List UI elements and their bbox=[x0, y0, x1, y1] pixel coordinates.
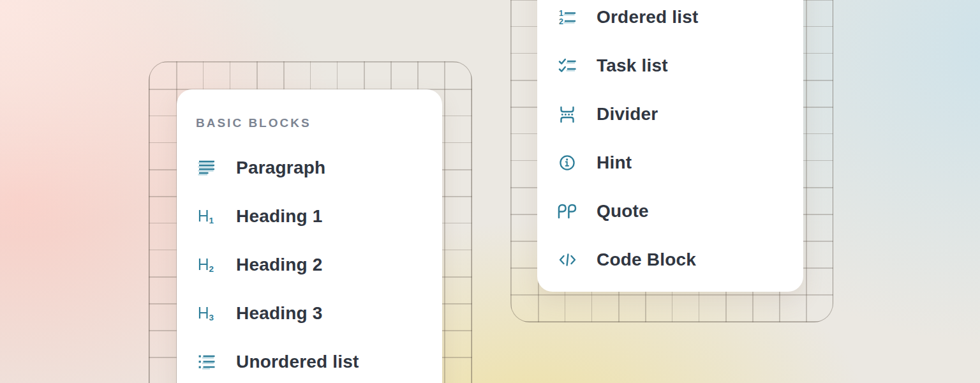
unordered-list-icon bbox=[196, 352, 218, 372]
menu-item-label: Heading 2 bbox=[236, 255, 323, 275]
menu-item-label: Unordered list bbox=[236, 352, 359, 372]
svg-text:1: 1 bbox=[559, 9, 563, 18]
menu-item-quote[interactable]: Quote bbox=[556, 187, 785, 236]
menu-item-list-left: Paragraph 1Heading 1 2Heading 2 3Heading… bbox=[196, 144, 424, 383]
menu-item-label: Quote bbox=[597, 201, 649, 222]
task-list-icon bbox=[556, 56, 578, 75]
menu-item-heading-1[interactable]: 1Heading 1 bbox=[196, 192, 424, 241]
hero-background: BASIC BLOCKS Paragraph 1Heading 1 2Headi… bbox=[0, 0, 980, 383]
menu-item-label: Ordered list bbox=[597, 7, 699, 27]
menu-item-divider[interactable]: Divider bbox=[556, 90, 785, 139]
h2-icon: 2 bbox=[196, 255, 218, 274]
basic-blocks-menu: BASIC BLOCKS Paragraph 1Heading 1 2Headi… bbox=[177, 89, 442, 383]
svg-text:1: 1 bbox=[209, 216, 214, 225]
menu-item-heading-2[interactable]: 2Heading 2 bbox=[196, 241, 424, 289]
menu-item-list-right: 1 2 Ordered list Task list Divider Hint … bbox=[556, 0, 785, 284]
paragraph-icon bbox=[196, 158, 218, 177]
ordered-list-icon: 1 2 bbox=[556, 8, 578, 27]
menu-item-ordered-list[interactable]: 1 2 Ordered list bbox=[556, 0, 785, 41]
svg-text:2: 2 bbox=[559, 17, 563, 26]
menu-item-task-list[interactable]: Task list bbox=[556, 41, 785, 90]
code-block-icon bbox=[556, 250, 578, 269]
menu-item-unordered-list[interactable]: Unordered list bbox=[196, 338, 424, 383]
svg-text:2: 2 bbox=[209, 264, 214, 274]
menu-item-label: Task list bbox=[597, 56, 668, 76]
menu-item-heading-3[interactable]: 3Heading 3 bbox=[196, 289, 424, 338]
menu-item-label: Divider bbox=[597, 104, 658, 124]
menu-item-code-block[interactable]: Code Block bbox=[556, 236, 785, 284]
quote-icon bbox=[556, 202, 578, 221]
menu-section-header: BASIC BLOCKS bbox=[196, 109, 424, 138]
h1-icon: 1 bbox=[196, 207, 218, 226]
menu-item-paragraph[interactable]: Paragraph bbox=[196, 144, 424, 192]
h3-icon: 3 bbox=[196, 304, 218, 323]
hint-icon bbox=[556, 153, 578, 172]
menu-item-label: Heading 3 bbox=[236, 303, 323, 324]
menu-item-hint[interactable]: Hint bbox=[556, 139, 785, 187]
menu-item-label: Code Block bbox=[597, 250, 696, 270]
svg-text:3: 3 bbox=[209, 313, 214, 322]
menu-item-label: Paragraph bbox=[236, 158, 325, 178]
menu-item-label: Hint bbox=[597, 153, 632, 173]
divider-icon bbox=[556, 105, 578, 124]
blocks-menu-continued: 1 2 Ordered list Task list Divider Hint … bbox=[537, 0, 803, 292]
menu-item-label: Heading 1 bbox=[236, 206, 323, 227]
